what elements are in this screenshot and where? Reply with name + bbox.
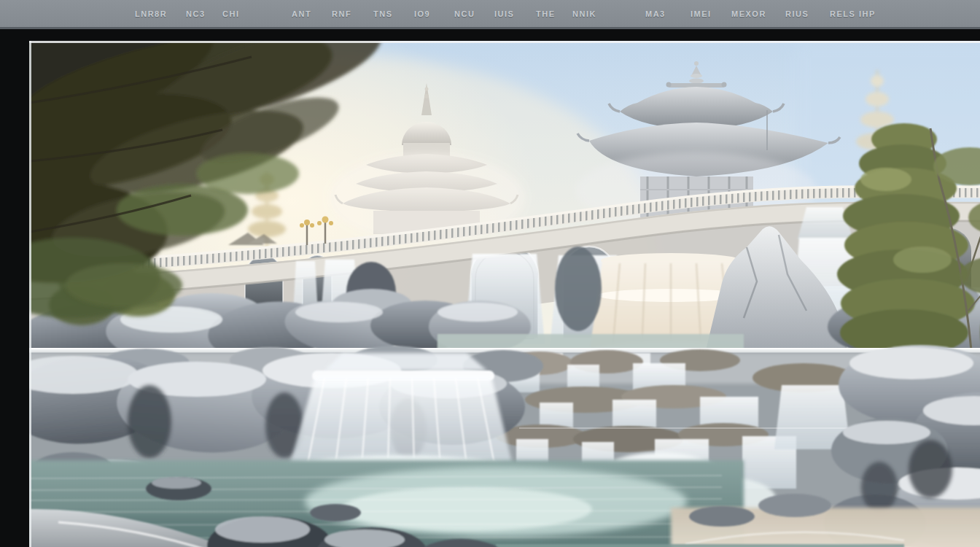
menu-item[interactable]: IUIS xyxy=(494,0,514,27)
menu-item[interactable]: NNIK xyxy=(572,0,596,27)
menu-item[interactable]: RIUS xyxy=(785,0,809,27)
menubar: LNR8R NC3 CHI ANT RNF TNS IO9 NCU IUIS T… xyxy=(0,0,980,29)
menu-item[interactable]: RNF xyxy=(332,0,351,27)
menu-item[interactable]: MEXOR xyxy=(731,0,766,27)
menu-item[interactable]: NCU xyxy=(454,0,475,27)
scene-image xyxy=(29,41,980,547)
menu-item[interactable]: IMEI xyxy=(691,0,712,27)
lower-panel xyxy=(29,345,980,547)
menu-item[interactable]: LNR8R xyxy=(135,0,167,27)
menu-item[interactable]: NC3 xyxy=(186,0,206,27)
menu-item[interactable]: ANT xyxy=(292,0,311,27)
menu-item[interactable]: TNS xyxy=(373,0,393,27)
menu-item[interactable]: RELS IHP xyxy=(830,0,876,27)
menu-item[interactable]: MA3 xyxy=(645,0,666,27)
menu-item[interactable]: CHI xyxy=(222,0,239,27)
menu-item[interactable]: THE xyxy=(536,0,556,27)
menu-item[interactable]: IO9 xyxy=(414,0,430,27)
